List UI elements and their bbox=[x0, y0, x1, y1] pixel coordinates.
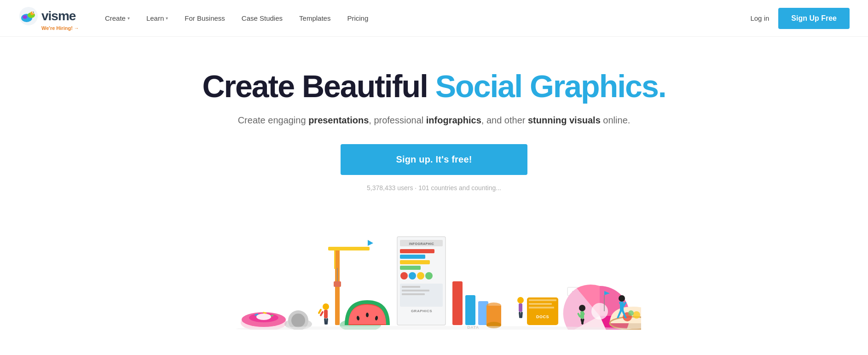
svg-point-16 bbox=[291, 314, 305, 327]
svg-point-6 bbox=[33, 12, 34, 12]
user-count-text: 5,378,433 users · 101 countries and coun… bbox=[18, 184, 850, 192]
svg-point-84 bbox=[628, 310, 634, 316]
hiring-badge[interactable]: We're Hiring! → bbox=[41, 25, 79, 31]
svg-point-74 bbox=[579, 305, 585, 311]
chevron-down-icon: ▾ bbox=[166, 16, 168, 21]
svg-rect-46 bbox=[402, 290, 429, 291]
svg-point-4 bbox=[23, 15, 27, 19]
chevron-down-icon: ▾ bbox=[127, 16, 130, 21]
hero-subtitle: Create engaging presentations, professio… bbox=[18, 113, 850, 128]
login-button[interactable]: Log in bbox=[750, 14, 769, 22]
svg-rect-61 bbox=[529, 303, 552, 305]
nav-case-studies[interactable]: Case Studies bbox=[234, 11, 290, 26]
logo-area: visme We're Hiring! → bbox=[18, 6, 79, 31]
main-nav: Create ▾ Learn ▾ For Business Case Studi… bbox=[98, 11, 751, 26]
svg-rect-18 bbox=[328, 247, 370, 250]
hero-title-plain: Create Beautiful bbox=[202, 69, 435, 104]
svg-rect-38 bbox=[400, 260, 430, 264]
svg-rect-28 bbox=[324, 310, 328, 318]
hero-title-accent: Social Graphics. bbox=[435, 69, 666, 104]
svg-text:GRAPHICS: GRAPHICS bbox=[411, 309, 432, 313]
svg-rect-39 bbox=[400, 266, 421, 270]
svg-rect-19 bbox=[334, 250, 336, 269]
visme-logo-icon bbox=[18, 6, 39, 26]
svg-rect-45 bbox=[402, 286, 420, 288]
svg-rect-56 bbox=[519, 303, 522, 312]
svg-rect-36 bbox=[400, 249, 434, 253]
svg-marker-20 bbox=[368, 240, 373, 246]
svg-point-40 bbox=[400, 272, 408, 279]
nav-learn[interactable]: Learn ▾ bbox=[139, 11, 175, 26]
svg-point-10 bbox=[256, 314, 271, 320]
svg-rect-49 bbox=[452, 281, 463, 325]
cta-signup-button[interactable]: Sign up. It's free! bbox=[341, 144, 527, 175]
svg-point-43 bbox=[425, 272, 433, 279]
hero-illustration: INFOGRAPHIC GRAPHICS DO bbox=[227, 210, 641, 330]
svg-rect-59 bbox=[527, 297, 558, 325]
nav-pricing[interactable]: Pricing bbox=[340, 11, 376, 26]
svg-rect-32 bbox=[326, 318, 328, 325]
hero-section: Create Beautiful Social Graphics. Create… bbox=[0, 37, 868, 210]
svg-point-25 bbox=[366, 313, 369, 317]
svg-rect-22 bbox=[334, 281, 341, 287]
nav-create[interactable]: Create ▾ bbox=[98, 11, 137, 26]
svg-rect-62 bbox=[529, 307, 554, 308]
brand-name: visme bbox=[41, 9, 75, 23]
nav-for-business[interactable]: For Business bbox=[177, 11, 232, 26]
svg-point-27 bbox=[323, 303, 329, 310]
svg-rect-58 bbox=[521, 312, 523, 318]
nav-templates[interactable]: Templates bbox=[292, 11, 338, 26]
nav-right: Log in Sign Up Free bbox=[750, 8, 850, 29]
hero-title: Create Beautiful Social Graphics. bbox=[18, 69, 850, 104]
svg-rect-47 bbox=[402, 293, 425, 295]
svg-point-71 bbox=[591, 303, 608, 320]
svg-point-55 bbox=[517, 297, 524, 303]
svg-point-85 bbox=[619, 295, 625, 302]
svg-point-42 bbox=[417, 272, 424, 279]
signup-button[interactable]: Sign Up Free bbox=[778, 8, 850, 29]
svg-rect-37 bbox=[400, 255, 425, 259]
svg-point-41 bbox=[409, 272, 416, 279]
svg-text:INFOGRAPHIC: INFOGRAPHIC bbox=[409, 242, 434, 245]
header: visme We're Hiring! → Create ▾ Learn ▾ F… bbox=[0, 0, 868, 37]
svg-rect-60 bbox=[529, 299, 556, 301]
svg-point-83 bbox=[633, 311, 640, 319]
illustration-area: INFOGRAPHIC GRAPHICS DO bbox=[0, 210, 868, 330]
svg-text:DOCS: DOCS bbox=[536, 314, 549, 319]
svg-rect-50 bbox=[465, 295, 475, 325]
